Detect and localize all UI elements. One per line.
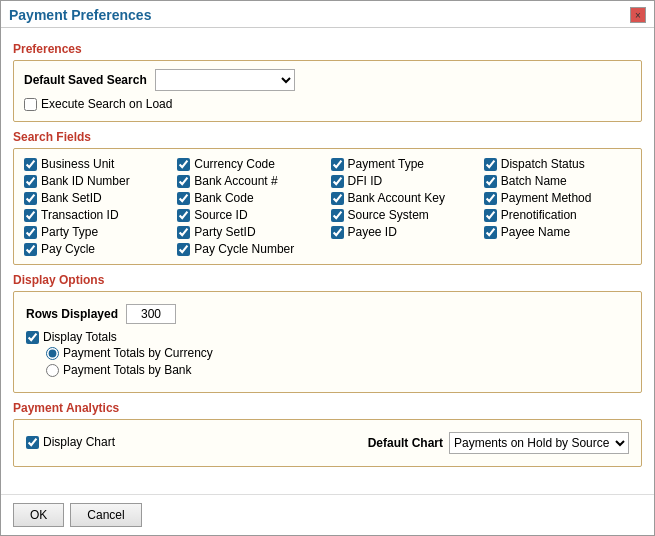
display-options-content: Rows Displayed Display Totals Payment To… (24, 300, 631, 384)
label-pay-cycle-number: Pay Cycle Number (194, 242, 294, 256)
search-field-item-payee-name: Payee Name (484, 225, 631, 239)
display-chart-checkbox[interactable] (26, 436, 39, 449)
checkbox-business-unit[interactable] (24, 158, 37, 171)
search-field-item-bank-account: Bank Account # (177, 174, 324, 188)
label-party-type: Party Type (41, 225, 98, 239)
search-field-item-payment-method: Payment Method (484, 191, 631, 205)
search-field-item-dispatch-status: Dispatch Status (484, 157, 631, 171)
search-fields-grid: Business UnitCurrency CodePayment TypeDi… (24, 157, 631, 256)
default-saved-search-label: Default Saved Search (24, 73, 147, 87)
search-fields-section: Business UnitCurrency CodePayment TypeDi… (13, 148, 642, 265)
checkbox-bank-account-key[interactable] (331, 192, 344, 205)
label-dfi-id: DFI ID (348, 174, 383, 188)
search-field-item-source-system: Source System (331, 208, 478, 222)
preferences-section-label: Preferences (13, 42, 642, 56)
display-totals-label: Display Totals (43, 330, 117, 344)
label-pay-cycle: Pay Cycle (41, 242, 95, 256)
checkbox-prenotification[interactable] (484, 209, 497, 222)
rows-displayed-row: Rows Displayed (26, 304, 629, 324)
default-saved-search-dropdown[interactable] (155, 69, 295, 91)
ok-button[interactable]: OK (13, 503, 64, 527)
checkbox-payment-type[interactable] (331, 158, 344, 171)
payment-analytics-section: Display Chart Default Chart Payments on … (13, 419, 642, 467)
dialog-titlebar: Payment Preferences × (1, 1, 654, 28)
label-bank-setid: Bank SetID (41, 191, 102, 205)
checkbox-dispatch-status[interactable] (484, 158, 497, 171)
search-field-item-bank-id-number: Bank ID Number (24, 174, 171, 188)
label-payee-id: Payee ID (348, 225, 397, 239)
display-totals-row: Display Totals (26, 330, 629, 344)
radio-row-radio-currency: Payment Totals by Currency (46, 346, 629, 360)
search-field-item-prenotification: Prenotification (484, 208, 631, 222)
search-field-item-batch-name: Batch Name (484, 174, 631, 188)
search-field-item-pay-cycle-number: Pay Cycle Number (177, 242, 324, 256)
checkbox-transaction-id[interactable] (24, 209, 37, 222)
search-field-item-payment-type: Payment Type (331, 157, 478, 171)
label-bank-code: Bank Code (194, 191, 253, 205)
checkbox-dfi-id[interactable] (331, 175, 344, 188)
checkbox-batch-name[interactable] (484, 175, 497, 188)
rows-displayed-label: Rows Displayed (26, 307, 118, 321)
default-chart-dropdown[interactable]: Payments on Hold by SourcePayments by St… (449, 432, 629, 454)
checkbox-bank-setid[interactable] (24, 192, 37, 205)
checkbox-source-system[interactable] (331, 209, 344, 222)
checkbox-bank-code[interactable] (177, 192, 190, 205)
label-party-setid: Party SetID (194, 225, 255, 239)
search-fields-section-label: Search Fields (13, 130, 642, 144)
default-saved-search-row: Default Saved Search (24, 69, 631, 91)
search-field-item-bank-setid: Bank SetID (24, 191, 171, 205)
search-field-item-payee-id: Payee ID (331, 225, 478, 239)
radio-options-container: Payment Totals by CurrencyPayment Totals… (26, 346, 629, 377)
label-dispatch-status: Dispatch Status (501, 157, 585, 171)
display-options-section: Rows Displayed Display Totals Payment To… (13, 291, 642, 393)
checkbox-payee-name[interactable] (484, 226, 497, 239)
label-transaction-id: Transaction ID (41, 208, 119, 222)
preferences-section: Default Saved Search Execute Search on L… (13, 60, 642, 122)
label-radio-currency: Payment Totals by Currency (63, 346, 213, 360)
execute-search-checkbox[interactable] (24, 98, 37, 111)
default-chart-label: Default Chart (368, 436, 443, 450)
checkbox-payee-id[interactable] (331, 226, 344, 239)
label-bank-account-key: Bank Account Key (348, 191, 445, 205)
label-prenotification: Prenotification (501, 208, 577, 222)
display-chart-label: Display Chart (43, 435, 115, 449)
cancel-button[interactable]: Cancel (70, 503, 141, 527)
search-field-item-bank-code: Bank Code (177, 191, 324, 205)
label-bank-id-number: Bank ID Number (41, 174, 130, 188)
checkbox-bank-account[interactable] (177, 175, 190, 188)
search-field-item-party-type: Party Type (24, 225, 171, 239)
label-source-id: Source ID (194, 208, 247, 222)
display-totals-checkbox[interactable] (26, 331, 39, 344)
search-field-item-pay-cycle: Pay Cycle (24, 242, 171, 256)
radio-row-radio-bank: Payment Totals by Bank (46, 363, 629, 377)
label-currency-code: Currency Code (194, 157, 275, 171)
search-field-item-business-unit: Business Unit (24, 157, 171, 171)
payment-analytics-content: Display Chart Default Chart Payments on … (24, 428, 631, 458)
dialog-title: Payment Preferences (9, 7, 151, 23)
checkbox-party-type[interactable] (24, 226, 37, 239)
checkbox-bank-id-number[interactable] (24, 175, 37, 188)
execute-search-label: Execute Search on Load (41, 97, 172, 111)
radio-radio-currency[interactable] (46, 347, 59, 360)
checkbox-currency-code[interactable] (177, 158, 190, 171)
payment-analytics-section-label: Payment Analytics (13, 401, 642, 415)
checkbox-party-setid[interactable] (177, 226, 190, 239)
checkbox-source-id[interactable] (177, 209, 190, 222)
label-source-system: Source System (348, 208, 429, 222)
display-options-section-label: Display Options (13, 273, 642, 287)
label-business-unit: Business Unit (41, 157, 114, 171)
dialog-footer: OK Cancel (1, 494, 654, 535)
checkbox-pay-cycle[interactable] (24, 243, 37, 256)
rows-displayed-input[interactable] (126, 304, 176, 324)
dialog-body: Preferences Default Saved Search Execute… (1, 28, 654, 494)
checkbox-pay-cycle-number[interactable] (177, 243, 190, 256)
label-payment-type: Payment Type (348, 157, 425, 171)
default-chart-row: Default Chart Payments on Hold by Source… (368, 432, 629, 454)
search-field-item-bank-account-key: Bank Account Key (331, 191, 478, 205)
label-batch-name: Batch Name (501, 174, 567, 188)
search-field-item-transaction-id: Transaction ID (24, 208, 171, 222)
radio-radio-bank[interactable] (46, 364, 59, 377)
checkbox-payment-method[interactable] (484, 192, 497, 205)
close-button[interactable]: × (630, 7, 646, 23)
search-field-item-dfi-id: DFI ID (331, 174, 478, 188)
